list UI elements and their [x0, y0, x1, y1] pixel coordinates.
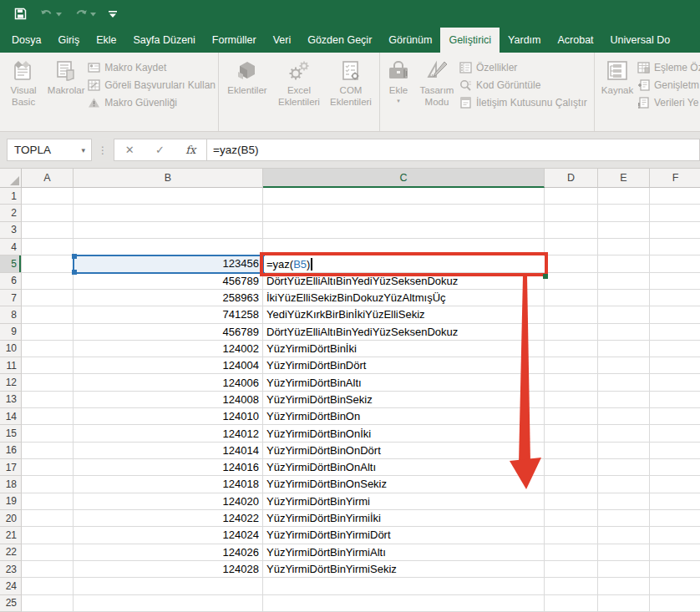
enter-button[interactable]: ✓ — [155, 144, 165, 156]
cell-A9[interactable] — [22, 324, 74, 341]
cell-F23[interactable] — [650, 561, 700, 578]
cell-F9[interactable] — [650, 324, 700, 341]
cell-F14[interactable] — [650, 408, 700, 425]
column-header-a[interactable]: A — [22, 169, 74, 188]
cell-D2[interactable] — [545, 205, 598, 221]
cell-C7[interactable]: İkiYüzElliSekizBinDokuzYüzAltmışÜç — [263, 290, 545, 306]
cell-E22[interactable] — [598, 544, 650, 561]
cell-D12[interactable] — [545, 374, 598, 391]
cell-E6[interactable] — [598, 273, 650, 290]
cell-F19[interactable] — [650, 493, 700, 510]
cell-E23[interactable] — [598, 561, 650, 578]
cell-A2[interactable] — [22, 205, 74, 221]
cell-F10[interactable] — [650, 341, 700, 357]
refresh-data-button[interactable]: Verileri Ye — [637, 95, 700, 109]
cell-D25[interactable] — [545, 595, 598, 612]
cell-B19[interactable]: 124020 — [74, 493, 263, 510]
row-header-14[interactable]: 14 — [0, 408, 22, 425]
cell-B2[interactable] — [74, 205, 263, 221]
insert-function-button[interactable]: fx — [185, 144, 195, 156]
row-header-8[interactable]: 8 — [0, 306, 22, 323]
tab-görünüm[interactable]: Görünüm — [380, 28, 440, 53]
cell-D23[interactable] — [545, 561, 598, 578]
cell-D8[interactable] — [545, 306, 598, 323]
cell-A25[interactable] — [22, 595, 74, 612]
cell-C11[interactable]: YüzYirmiDörtBinDört — [263, 357, 545, 374]
cell-F12[interactable] — [650, 374, 700, 391]
save-button[interactable] — [13, 7, 28, 21]
cell-F4[interactable] — [650, 239, 700, 255]
properties-button[interactable]: Özellikler — [459, 60, 587, 74]
row-header-3[interactable]: 3 — [0, 222, 22, 239]
tab-universal-do[interactable]: Universal Do — [602, 28, 679, 53]
row-header-4[interactable]: 4 — [0, 239, 22, 255]
row-header-23[interactable]: 23 — [0, 561, 22, 578]
cell-B20[interactable]: 124022 — [74, 510, 263, 527]
cell-C3[interactable] — [263, 222, 545, 239]
cell-C4[interactable] — [263, 239, 545, 255]
cell-E9[interactable] — [598, 324, 650, 341]
cell-B11[interactable]: 124004 — [74, 357, 263, 374]
customize-quick-access-toolbar-button[interactable] — [108, 10, 118, 18]
cell-F5[interactable] — [650, 255, 700, 272]
com-add-ins-button[interactable]: COM Eklentileri — [325, 55, 377, 109]
cell-F22[interactable] — [650, 544, 700, 561]
cell-E3[interactable] — [598, 222, 650, 239]
run-dialog-button[interactable]: İletişim Kutusunu Çalıştır — [459, 95, 587, 109]
cell-A22[interactable] — [22, 544, 74, 561]
column-header-f[interactable]: F — [650, 169, 700, 188]
name-box-dropdown-icon[interactable]: ▾ — [81, 146, 91, 154]
cell-C20[interactable]: YüzYirmiDörtBinYirmiİki — [263, 510, 545, 527]
row-header-16[interactable]: 16 — [0, 443, 22, 459]
row-header-5[interactable]: 5 — [0, 255, 22, 272]
row-header-25[interactable]: 25 — [0, 595, 22, 612]
tab-acrobat[interactable]: Acrobat — [549, 28, 601, 53]
row-header-15[interactable]: 15 — [0, 425, 22, 442]
row-header-13[interactable]: 13 — [0, 392, 22, 408]
cell-B13[interactable]: 124008 — [74, 392, 263, 408]
cell-D11[interactable] — [545, 357, 598, 374]
cell-B24[interactable] — [74, 578, 263, 594]
cell-F13[interactable] — [650, 392, 700, 408]
cell-A17[interactable] — [22, 459, 74, 476]
cell-A13[interactable] — [22, 392, 74, 408]
cell-E13[interactable] — [598, 392, 650, 408]
undo-button[interactable] — [39, 8, 62, 21]
tab-formüller[interactable]: Formüller — [204, 28, 265, 53]
cell-D17[interactable] — [545, 459, 598, 476]
cell-A10[interactable] — [22, 341, 74, 357]
cell-D24[interactable] — [545, 578, 598, 594]
cell-C8[interactable]: YediYüzKırkBirBinİkiYüzElliSekiz — [263, 306, 545, 323]
cell-E1[interactable] — [598, 188, 650, 205]
reference-handle-top-left[interactable] — [72, 254, 77, 259]
cell-D4[interactable] — [545, 239, 598, 255]
cell-D15[interactable] — [545, 425, 598, 442]
record-macro-button[interactable]: Makro Kaydet — [88, 60, 216, 74]
cell-B14[interactable]: 124010 — [74, 408, 263, 425]
cell-C17[interactable]: YüzYirmiDörtBinOnAltı — [263, 459, 545, 476]
expansion-packs-button[interactable]: Genişletm — [637, 78, 700, 92]
cell-F15[interactable] — [650, 425, 700, 442]
cell-A11[interactable] — [22, 357, 74, 374]
select-all-button[interactable] — [0, 169, 22, 188]
cell-A15[interactable] — [22, 425, 74, 442]
cell-B1[interactable] — [74, 188, 263, 205]
excel-add-ins-button[interactable]: Excel Eklentileri — [273, 55, 325, 109]
relative-references-button[interactable]: Göreli Başvuruları Kullan — [88, 78, 216, 92]
cell-A18[interactable] — [22, 476, 74, 493]
cell-C21[interactable]: YüzYirmiDörtBinYirmiDört — [263, 527, 545, 544]
cell-C13[interactable]: YüzYirmiDörtBinSekiz — [263, 392, 545, 408]
cell-D18[interactable] — [545, 476, 598, 493]
row-header-21[interactable]: 21 — [0, 527, 22, 544]
row-header-10[interactable]: 10 — [0, 341, 22, 357]
cell-D13[interactable] — [545, 392, 598, 408]
cell-A4[interactable] — [22, 239, 74, 255]
cell-C15[interactable]: YüzYirmiDörtBinOnİki — [263, 425, 545, 442]
cell-E17[interactable] — [598, 459, 650, 476]
column-header-d[interactable]: D — [545, 169, 598, 188]
row-header-6[interactable]: 6 — [0, 273, 22, 290]
row-header-7[interactable]: 7 — [0, 290, 22, 306]
tab-yardım[interactable]: Yardım — [500, 28, 549, 53]
row-header-24[interactable]: 24 — [0, 578, 22, 594]
cell-D22[interactable] — [545, 544, 598, 561]
